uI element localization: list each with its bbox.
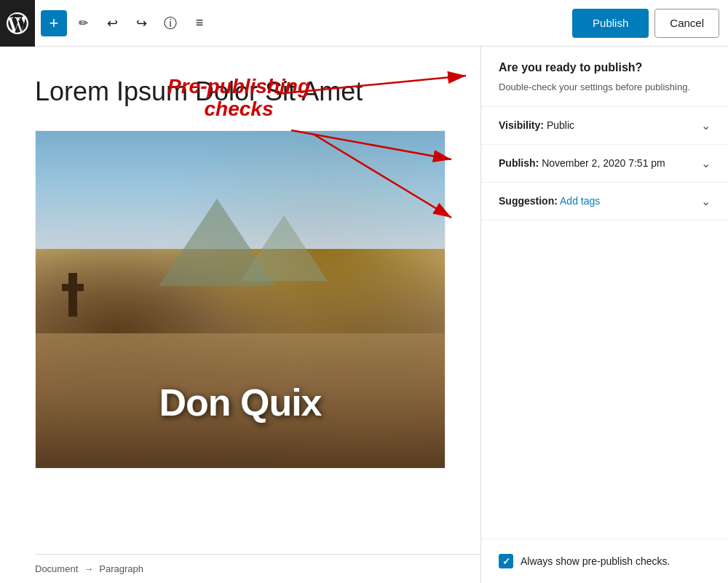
breadcrumb-paragraph[interactable]: Paragraph [99, 563, 143, 574]
breadcrumb-separator: → [84, 563, 93, 574]
undo-icon: ↩ [107, 15, 118, 31]
pen-tool-button[interactable]: ✏ [70, 10, 96, 36]
visibility-chevron-icon: ⌄ [701, 119, 711, 132]
painting-overlay: Don Quix [36, 381, 445, 424]
sidebar: Are you ready to publish? Double-check y… [480, 47, 728, 583]
visibility-row[interactable]: Visibility: Public ⌄ [481, 107, 728, 145]
wordpress-logo [0, 0, 35, 47]
main-layout: Lorem Ipsum Dolor Sit Amet Don Quix Are … [0, 47, 728, 583]
always-show-checks-wrapper: Always show pre-publish checks. [499, 554, 670, 568]
sidebar-description: Double-check your settings before publis… [499, 80, 711, 95]
featured-image: Don Quix [35, 130, 446, 469]
suggestion-label: Suggestion: Add tags [499, 195, 600, 207]
sidebar-heading: Are you ready to publish? [499, 61, 711, 74]
painting-text: Don Quix [159, 381, 321, 424]
info-button[interactable]: ⓘ [157, 10, 183, 36]
suggestion-chevron-icon: ⌄ [701, 194, 711, 208]
topbar-right: Publish Cancel [572, 9, 719, 38]
post-title[interactable]: Lorem Ipsum Dolor Sit Amet [35, 76, 446, 107]
pen-icon: ✏ [79, 16, 88, 30]
always-show-label: Always show pre-publish checks. [521, 555, 670, 567]
publish-button[interactable]: Publish [572, 9, 649, 38]
editor-area: Lorem Ipsum Dolor Sit Amet Don Quix [0, 47, 480, 583]
info-icon: ⓘ [164, 15, 177, 32]
publish-row[interactable]: Publish: November 2, 2020 7:51 pm ⌄ [481, 145, 728, 183]
toolbar: + ✏ ↩ ↪ ⓘ ≡ [41, 10, 572, 36]
undo-button[interactable]: ↩ [99, 10, 125, 36]
redo-icon: ↪ [136, 15, 147, 31]
add-block-button[interactable]: + [41, 10, 67, 36]
visibility-label: Visibility: Public [499, 119, 574, 131]
sidebar-header: Are you ready to publish? Double-check y… [481, 47, 728, 107]
redo-button[interactable]: ↪ [128, 10, 154, 36]
bottom-bar: Document → Paragraph [35, 554, 480, 583]
publish-date-label: Publish: November 2, 2020 7:51 pm [499, 157, 665, 169]
always-show-checkbox[interactable] [499, 554, 513, 568]
breadcrumb-document[interactable]: Document [35, 563, 78, 574]
cancel-button[interactable]: Cancel [654, 9, 719, 38]
painting-background: Don Quix [36, 131, 445, 468]
list-icon: ≡ [196, 15, 204, 31]
publish-chevron-icon: ⌄ [701, 156, 711, 170]
sidebar-footer: Always show pre-publish checks. [481, 539, 728, 583]
top-bar: + ✏ ↩ ↪ ⓘ ≡ Publish Cancel [0, 0, 728, 47]
list-view-button[interactable]: ≡ [186, 10, 213, 36]
suggestion-row[interactable]: Suggestion: Add tags ⌄ [481, 183, 728, 221]
